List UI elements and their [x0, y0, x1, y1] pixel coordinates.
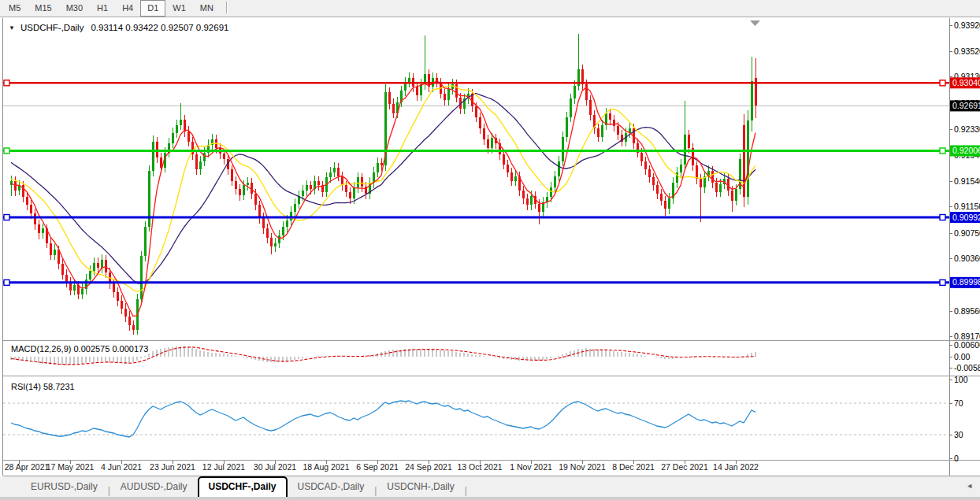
trading-app-window: M5M15M30H1H4D1W1MN 0.939200.935200.93130…	[0, 0, 980, 500]
chart-title: ▼USDCHF-,Daily0.93114 0.93422 0.92507 0.…	[9, 23, 228, 32]
tab-usdcnh[interactable]: USDCNH-,Daily	[377, 476, 464, 497]
date-axis-label: 14 Jan 2022	[713, 462, 759, 472]
chart-symbol-label: USDCHF-,Daily	[20, 23, 84, 32]
svg-text:0.92006: 0.92006	[952, 146, 980, 155]
price-axis-label: 0.93920	[954, 20, 980, 30]
macd-indicator-label: MACD(12,26,9) 0.002575 0.000173	[11, 344, 148, 354]
svg-text:0.90992: 0.90992	[952, 213, 980, 222]
date-axis-label: 23 Jun 2021	[150, 462, 195, 472]
date-axis-label: 24 Sep 2021	[405, 462, 452, 472]
price-axis-label: 0.90360	[954, 254, 980, 263]
tab-usdcad[interactable]: USDCAD-,Daily	[288, 476, 375, 497]
chart-dropdown-icon[interactable]: ▼	[9, 24, 15, 31]
line-handle[interactable]	[4, 148, 9, 154]
date-axis-label: 6 Sep 2021	[356, 462, 399, 472]
line-handle[interactable]	[940, 280, 945, 285]
line-handle[interactable]	[4, 280, 9, 285]
price-axis-label: 0.89560	[954, 306, 980, 316]
macd-axis-label: -0.00586	[954, 363, 980, 372]
macd-axis-label: 0.00	[954, 352, 971, 361]
price-axis-label: 0.93520	[954, 46, 980, 56]
moving-average-5-line	[11, 81, 755, 317]
timeframe-m5-button[interactable]: M5	[2, 0, 28, 17]
timeframe-d1-button[interactable]: D1	[140, 0, 165, 17]
price-axis-label: 0.90750	[954, 228, 980, 238]
timeframe-mn-button[interactable]: MN	[193, 0, 221, 17]
line-handle[interactable]	[940, 215, 945, 220]
macd-axis-label: 0.006068	[954, 340, 980, 350]
rsi-axis-label: 100	[954, 375, 968, 384]
toolbar-divider	[226, 2, 228, 13]
chart-ohlc-values: 0.93114 0.93422 0.92507 0.92691	[91, 23, 228, 32]
date-axis-label: 1 Nov 2021	[510, 462, 552, 472]
timeframe-toolbar: M5M15M30H1H4D1W1MN	[0, 0, 980, 17]
candlestick-series	[10, 34, 757, 335]
date-axis-label: 18 Aug 2021	[303, 462, 350, 472]
date-axis-label: 13 Oct 2021	[457, 462, 502, 472]
tab-audusd[interactable]: AUDUSD-,Daily	[110, 476, 198, 497]
rsi-indicator-label: RSI(14) 58.7231	[11, 382, 75, 391]
chart-shift-marker-icon[interactable]	[750, 20, 760, 26]
date-axis-label: 28 Apr 2021	[5, 462, 50, 472]
moving-average-13-line	[11, 86, 755, 291]
svg-text:0.89998: 0.89998	[952, 277, 980, 287]
timeframe-w1-button[interactable]: W1	[165, 0, 193, 17]
rsi-axis-label: 30	[954, 430, 963, 439]
price-chart[interactable]: 0.939200.935200.931300.927300.923300.919…	[0, 0, 980, 500]
tabbar-scroll-arrows: ◄►	[953, 482, 980, 490]
tab-scroll-left-icon[interactable]: ◄	[966, 482, 973, 490]
tab-usdchf[interactable]: USDCHF-,Daily	[198, 476, 288, 497]
timeframe-h4-button[interactable]: H4	[115, 0, 140, 17]
price-axis-label: 0.91540	[954, 176, 980, 186]
price-axis-label: 0.91150	[954, 202, 980, 211]
line-handle[interactable]	[4, 215, 9, 220]
timeframe-m30-button[interactable]: M30	[59, 0, 90, 17]
rsi-axis-label: 70	[954, 398, 963, 408]
svg-text:0.92691: 0.92691	[952, 101, 980, 110]
rsi-line	[11, 401, 755, 437]
svg-text:0.93040: 0.93040	[952, 78, 980, 87]
line-handle[interactable]	[940, 148, 945, 154]
price-axis-label: 0.92330	[954, 124, 980, 134]
date-axis-label: 27 Dec 2021	[661, 462, 708, 472]
line-handle[interactable]	[940, 80, 945, 86]
date-axis-label: 8 Dec 2021	[612, 462, 655, 472]
timeframe-m15-button[interactable]: M15	[28, 0, 58, 17]
rsi-panel	[3, 401, 949, 437]
rsi-axis-label: 0	[954, 454, 959, 463]
moving-average-24-line	[11, 93, 755, 283]
date-axis-label: 17 May 2021	[46, 462, 95, 472]
line-handle[interactable]	[4, 80, 9, 86]
date-axis-label: 30 Jul 2021	[254, 462, 296, 472]
timeframe-h1-button[interactable]: H1	[90, 0, 115, 17]
tab-separator: |	[465, 485, 467, 496]
tab-eurusd[interactable]: EURUSD-,Daily	[20, 476, 108, 497]
date-axis-label: 12 Jul 2021	[202, 462, 245, 472]
chart-tabbar: ◄► EURUSD-,Daily|AUDUSD-,DailyUSDCHF-,Da…	[0, 476, 980, 500]
date-axis-label: 19 Nov 2021	[559, 462, 606, 472]
date-axis-label: 4 Jun 2021	[101, 462, 142, 472]
